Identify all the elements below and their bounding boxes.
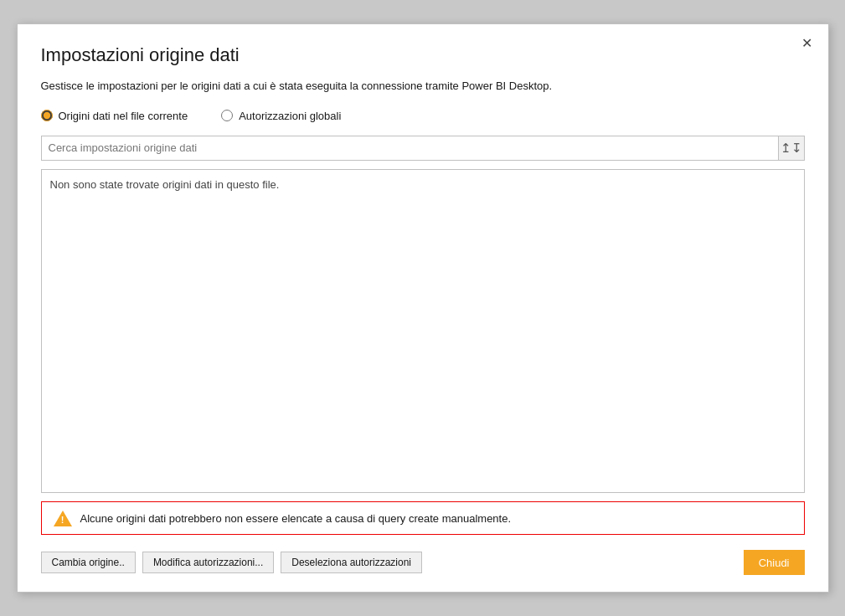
dialog-description: Gestisce le impostazioni per le origini … [41, 78, 805, 95]
data-list-area: Non sono state trovate origini dati in q… [41, 169, 805, 494]
radio-current-file-label: Origini dati nel file corrente [59, 110, 188, 122]
left-buttons: Cambia origine.. Modifica autorizzazioni… [41, 552, 423, 573]
search-input[interactable] [41, 136, 778, 161]
warning-triangle-icon [54, 511, 72, 526]
chiudi-button[interactable]: Chiudi [744, 550, 805, 575]
warning-icon [54, 509, 72, 527]
radio-global-auth[interactable]: Autorizzazioni globali [221, 110, 341, 122]
modifica-autorizzazioni-button[interactable]: Modifica autorizzazioni... [142, 552, 274, 573]
bottom-actions: Cambia origine.. Modifica autorizzazioni… [41, 550, 805, 575]
empty-message: Non sono state trovate origini dati in q… [50, 178, 280, 191]
warning-box: Alcune origini dati potrebbero non esser… [41, 501, 805, 535]
settings-dialog: ✕ Impostazioni origine dati Gestisce le … [17, 23, 829, 593]
close-button[interactable]: ✕ [798, 34, 817, 53]
sort-icon: ↥↧ [781, 141, 802, 156]
search-row: ↥↧ [41, 136, 805, 161]
radio-global-auth-label: Autorizzazioni globali [239, 110, 341, 122]
warning-text: Alcune origini dati potrebbero non esser… [80, 512, 512, 525]
radio-current-file[interactable]: Origini dati nel file corrente [41, 110, 188, 122]
sort-button[interactable]: ↥↧ [778, 136, 805, 161]
radio-group: Origini dati nel file corrente Autorizza… [41, 110, 805, 122]
radio-current-file-input[interactable] [41, 110, 53, 121]
deseleziona-autorizzazioni-button[interactable]: Deseleziona autorizzazioni [281, 552, 422, 573]
dialog-title: Impostazioni origine dati [41, 44, 805, 66]
cambia-origine-button[interactable]: Cambia origine.. [41, 552, 136, 573]
radio-global-auth-input[interactable] [221, 110, 233, 121]
